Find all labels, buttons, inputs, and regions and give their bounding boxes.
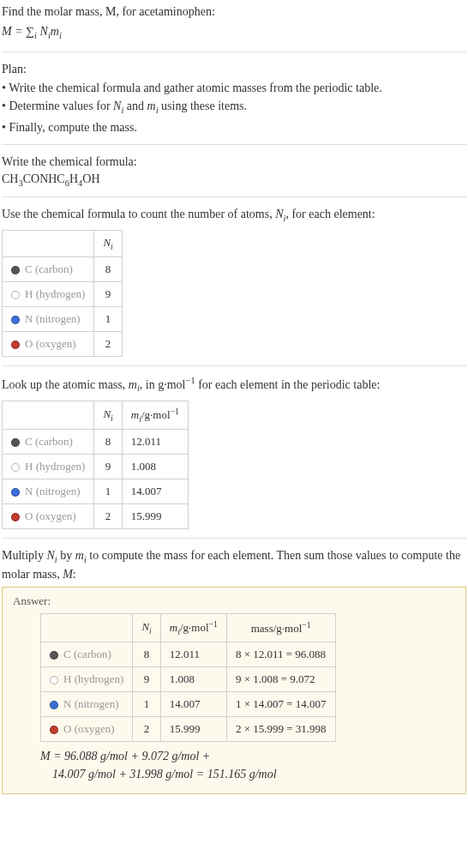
mi-cell: 12.011 bbox=[122, 429, 188, 454]
mass-cell: 1 × 14.007 = 14.007 bbox=[226, 691, 335, 716]
count-section: Use the chemical formula to count the nu… bbox=[2, 206, 466, 357]
chem-formula: CH3CONHC6H4OH bbox=[2, 172, 466, 188]
answer-inner: Ni mi/g·mol−1 mass/g·mol−1 C (carbon) 8 … bbox=[13, 613, 455, 783]
table-row: C (carbon) 8 bbox=[3, 256, 123, 281]
answer-label: Answer: bbox=[13, 594, 455, 608]
ni-cell: 8 bbox=[94, 256, 122, 281]
final-line2: 14.007 g/mol + 31.998 g/mol = 151.165 g/… bbox=[40, 765, 455, 783]
answer-table: Ni mi/g·mol−1 mass/g·mol−1 C (carbon) 8 … bbox=[40, 613, 336, 742]
mi-cell: 1.008 bbox=[122, 454, 188, 479]
elem-label: H (hydrogen) bbox=[63, 672, 123, 685]
carbon-dot-icon bbox=[11, 266, 20, 274]
table-header-row: Ni bbox=[3, 231, 123, 257]
table-header-row: Ni mi/g·mol−1 bbox=[3, 401, 189, 430]
plan-item: • Finally, compute the mass. bbox=[2, 119, 466, 136]
divider bbox=[2, 196, 466, 197]
table-header-row: Ni mi/g·mol−1 mass/g·mol−1 bbox=[41, 614, 336, 642]
multiply-heading: Multiply Ni by mi to compute the mass fo… bbox=[2, 547, 466, 583]
intro: Find the molar mass, M, for acetaminophe… bbox=[2, 3, 466, 43]
col-ni: Ni bbox=[94, 231, 122, 257]
col-element bbox=[3, 231, 94, 257]
masses-heading: Look up the atomic mass, mi, in g·mol−1 … bbox=[2, 375, 466, 395]
mass-cell: 8 × 12.011 = 96.088 bbox=[226, 642, 335, 666]
table-row: O (oxygen) 2 15.999 bbox=[3, 503, 189, 528]
elem-cell: H (hydrogen) bbox=[41, 666, 133, 691]
table-row: O (oxygen) 2 bbox=[3, 331, 123, 356]
divider bbox=[2, 538, 466, 539]
mi-cell: 15.999 bbox=[122, 503, 188, 528]
elem-cell: C (carbon) bbox=[3, 256, 94, 281]
elem-cell: N (nitrogen) bbox=[41, 691, 133, 716]
mi-cell: 12.011 bbox=[160, 642, 226, 666]
nitrogen-dot-icon bbox=[11, 488, 20, 497]
mi-cell: 1.008 bbox=[160, 666, 226, 691]
carbon-dot-icon bbox=[11, 438, 20, 447]
elem-label: N (nitrogen) bbox=[25, 312, 81, 325]
final-line1: M = 96.088 g/mol + 9.072 g/mol + bbox=[40, 750, 210, 763]
mi-cell: 14.007 bbox=[160, 691, 226, 716]
answer-box: Answer: Ni mi/g·mol−1 mass/g·mol−1 C (ca… bbox=[2, 587, 466, 794]
col-ni: Ni bbox=[94, 401, 122, 430]
elem-label: O (oxygen) bbox=[25, 509, 76, 522]
plan-item: • Determine values for Ni and mi using t… bbox=[2, 98, 466, 117]
divider bbox=[2, 365, 466, 366]
elem-cell: C (carbon) bbox=[3, 429, 94, 454]
ni-cell: 9 bbox=[133, 666, 160, 691]
col-ni: Ni bbox=[133, 614, 160, 642]
divider bbox=[2, 51, 466, 52]
elem-cell: O (oxygen) bbox=[41, 716, 133, 741]
chemical-formula-section: Write the chemical formula: CH3CONHC6H4O… bbox=[2, 154, 466, 187]
masses-table: Ni mi/g·mol−1 C (carbon) 8 12.011 H (hyd… bbox=[2, 401, 189, 529]
table-row: H (hydrogen) 9 1.008 9 × 1.008 = 9.072 bbox=[41, 666, 336, 691]
ni-cell: 1 bbox=[94, 479, 122, 503]
ni-cell: 9 bbox=[94, 454, 122, 479]
intro-formula: M = ∑i Nimi bbox=[2, 22, 466, 44]
table-row: H (hydrogen) 9 bbox=[3, 281, 123, 306]
ni-cell: 9 bbox=[94, 281, 122, 306]
table-row: C (carbon) 8 12.011 8 × 12.011 = 96.088 bbox=[41, 642, 336, 666]
elem-label: H (hydrogen) bbox=[25, 460, 85, 473]
col-element bbox=[41, 614, 133, 642]
plan-item: • Write the chemical formula and gather … bbox=[2, 80, 466, 97]
oxygen-dot-icon bbox=[11, 513, 20, 521]
table-row: N (nitrogen) 1 bbox=[3, 306, 123, 331]
mass-cell: 2 × 15.999 = 31.998 bbox=[226, 716, 335, 741]
ni-cell: 2 bbox=[133, 716, 160, 741]
elem-cell: N (nitrogen) bbox=[3, 306, 94, 331]
oxygen-dot-icon bbox=[50, 726, 58, 734]
chem-heading: Write the chemical formula: bbox=[2, 154, 466, 171]
hydrogen-dot-icon bbox=[50, 676, 58, 684]
col-mi: mi/g·mol−1 bbox=[160, 614, 226, 642]
plan: Plan: • Write the chemical formula and g… bbox=[2, 61, 466, 136]
ni-cell: 8 bbox=[133, 642, 160, 666]
oxygen-dot-icon bbox=[11, 341, 20, 349]
elem-label: H (hydrogen) bbox=[25, 287, 85, 300]
ni-cell: 1 bbox=[133, 691, 160, 716]
table-row: C (carbon) 8 12.011 bbox=[3, 429, 189, 454]
elem-cell: O (oxygen) bbox=[3, 503, 94, 528]
elem-label: N (nitrogen) bbox=[25, 485, 81, 497]
col-mass: mass/g·mol−1 bbox=[226, 614, 335, 642]
mi-cell: 15.999 bbox=[160, 716, 226, 741]
elem-label: N (nitrogen) bbox=[63, 697, 119, 710]
count-table: Ni C (carbon) 8 H (hydrogen) 9 N (nitrog… bbox=[2, 230, 123, 357]
divider bbox=[2, 144, 466, 145]
count-heading: Use the chemical formula to count the nu… bbox=[2, 206, 466, 225]
elem-label: C (carbon) bbox=[25, 435, 73, 448]
mass-cell: 9 × 1.008 = 9.072 bbox=[226, 666, 335, 691]
col-element bbox=[3, 401, 94, 430]
nitrogen-dot-icon bbox=[11, 316, 20, 324]
table-row: O (oxygen) 2 15.999 2 × 15.999 = 31.998 bbox=[41, 716, 336, 741]
hydrogen-dot-icon bbox=[11, 463, 20, 472]
ni-cell: 8 bbox=[94, 429, 122, 454]
elem-cell: N (nitrogen) bbox=[3, 479, 94, 503]
elem-cell: O (oxygen) bbox=[3, 331, 94, 356]
table-row: N (nitrogen) 1 14.007 1 × 14.007 = 14.00… bbox=[41, 691, 336, 716]
masses-section: Look up the atomic mass, mi, in g·mol−1 … bbox=[2, 375, 466, 529]
carbon-dot-icon bbox=[50, 651, 58, 660]
elem-label: O (oxygen) bbox=[63, 722, 115, 735]
table-row: H (hydrogen) 9 1.008 bbox=[3, 454, 189, 479]
table-row: N (nitrogen) 1 14.007 bbox=[3, 479, 189, 503]
intro-line1: Find the molar mass, M, for acetaminophe… bbox=[2, 3, 466, 21]
ni-cell: 2 bbox=[94, 503, 122, 528]
